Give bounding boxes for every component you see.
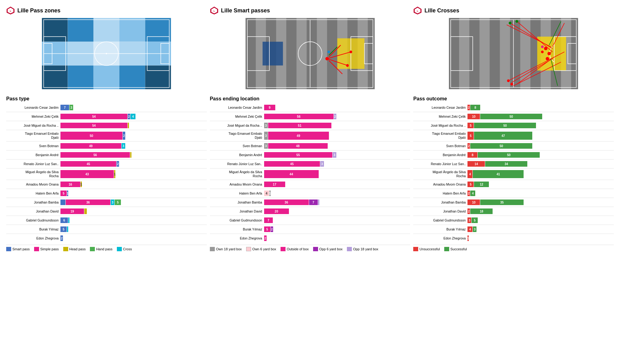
bar-segment-own18: 3 bbox=[264, 123, 268, 128]
svg-point-99 bbox=[509, 22, 512, 24]
legend-item: Outside of box bbox=[281, 247, 309, 251]
player-name-label: Jonathan David bbox=[6, 209, 60, 213]
title-crosses: Lille Crosses bbox=[424, 7, 459, 14]
legend-color-box-cross bbox=[117, 247, 122, 251]
player-name-label: Hatem Ben Arfa bbox=[6, 191, 60, 195]
player-name-label: Edon Zhegrova bbox=[210, 236, 264, 240]
divider-row bbox=[6, 234, 207, 234]
bar-segment-successful: 47 bbox=[474, 132, 532, 140]
svg-text:×: × bbox=[550, 50, 552, 54]
table-row: Renato Júnior Luz San..452 bbox=[6, 160, 207, 167]
svg-rect-15 bbox=[94, 65, 119, 89]
bar-segment-smart: 2 bbox=[60, 235, 63, 241]
player-name-label: Hatem Ben Arfa bbox=[413, 191, 467, 195]
bar-segment-successful: 8 bbox=[470, 105, 480, 110]
legend-pass-type: Smart passSimple passHead passHand passC… bbox=[6, 245, 207, 251]
legend-color-box-simple bbox=[34, 247, 39, 251]
bar-segment-outside: 45 bbox=[264, 161, 320, 167]
player-name-label: Edon Zhegrova bbox=[6, 236, 60, 240]
bar-segment-simple: 5 bbox=[60, 191, 67, 196]
svg-point-62 bbox=[325, 57, 329, 60]
legend-color-box-successful bbox=[444, 247, 449, 251]
divider-row bbox=[413, 150, 614, 151]
table-row: Hatem Ben Arfa51 bbox=[6, 190, 207, 197]
table-row: José Miguel da Rocha ..351 bbox=[210, 122, 410, 129]
bar-segment-cross bbox=[67, 226, 68, 232]
divider-row bbox=[413, 216, 614, 216]
svg-text:×: × bbox=[545, 47, 547, 51]
bar-group: 512 bbox=[467, 182, 489, 187]
bar-segment-cross: 3 bbox=[111, 200, 114, 205]
divider-row bbox=[413, 225, 614, 225]
bar-segment-own18: 1 bbox=[269, 191, 271, 196]
player-name-label: Leonardo Cesar Jardim bbox=[6, 106, 60, 110]
player-name-label: Mehmet Zeki Çelik bbox=[6, 115, 60, 119]
bar-group: 349 bbox=[264, 132, 329, 140]
table-row: Miguel Ângelo da SilvaRocha44 bbox=[210, 169, 410, 179]
table-row: Jonathan David19 bbox=[6, 208, 207, 215]
bar-segment-opp18: 3 bbox=[333, 152, 336, 158]
player-name-label: Tiago Emanuel EmbaloDjaló bbox=[413, 131, 467, 140]
section-title-pass-outcome: Pass outcome bbox=[413, 96, 614, 102]
panel-title-pass-zones: L Lille Pass zones bbox=[6, 6, 207, 15]
bar-group: 431 bbox=[60, 170, 115, 178]
bar-segment-simple: 54 bbox=[60, 114, 127, 119]
table-row: Hatem Ben Arfa24 bbox=[413, 190, 614, 197]
table-row: Sven Botman250 bbox=[413, 143, 614, 149]
divider-row bbox=[210, 168, 410, 169]
svg-point-107 bbox=[541, 46, 544, 48]
divider-row bbox=[6, 130, 207, 130]
bar-segment-smart: 1 bbox=[67, 191, 68, 196]
bar-segment-opp18 bbox=[318, 200, 319, 205]
legend-color-box-outside bbox=[281, 247, 286, 251]
player-name-label: Gabriel Gudmundsson bbox=[413, 218, 467, 222]
player-name-label: Leonardo Cesar Jardim bbox=[210, 106, 264, 110]
bar-segment-head bbox=[130, 152, 131, 158]
table-row: Jonathan Bamba1035 bbox=[413, 199, 614, 206]
bar-segment-successful: 34 bbox=[485, 161, 527, 167]
bar-segment-outside: 55 bbox=[264, 152, 332, 158]
bar-segment-simple: 54 bbox=[60, 123, 127, 128]
bar-segment-smart: 5 bbox=[60, 226, 67, 232]
bar-group: 17 bbox=[264, 182, 285, 187]
table-row: Tiago Emanuel EmbaloDjaló349 bbox=[210, 131, 410, 140]
legend-label: Hand pass bbox=[96, 247, 113, 251]
panel-smart-passes: L Lille Smart passes bbox=[210, 6, 410, 251]
bar-segment-simple: 49 bbox=[60, 143, 121, 149]
lille-logo-3: L bbox=[413, 6, 422, 15]
bar-segment-successful: 50 bbox=[480, 114, 542, 119]
bar-segment-smart: 2 bbox=[117, 161, 119, 167]
bar-segment-simple: 45 bbox=[60, 161, 116, 167]
lille-logo-1: L bbox=[6, 6, 15, 15]
bar-segment-unsuccessful: 10 bbox=[467, 200, 480, 205]
bar-group: 351 bbox=[264, 123, 331, 128]
bar-group: 52 bbox=[264, 226, 273, 232]
bar-segment-own18: 3 bbox=[264, 143, 268, 149]
bar-chart-pass-outcome: Leonardo Cesar Jardim28Mehmet Zeki Çelik… bbox=[413, 104, 614, 242]
bar-segment-own18: 3 bbox=[264, 132, 268, 140]
bar-segment-unsuccessful: 5 bbox=[467, 123, 474, 128]
svg-text:L: L bbox=[213, 10, 215, 12]
bar-segment-unsuccessful: 2 bbox=[467, 191, 470, 196]
bar-segment-unsuccessful: 4 bbox=[467, 170, 472, 178]
bar-segment-outside: 36 bbox=[264, 200, 309, 205]
table-row: Jonathan Bamba3635 bbox=[6, 199, 207, 206]
bar-segment-cross bbox=[68, 217, 69, 223]
table-row: Burak Yılmaz5 bbox=[6, 226, 207, 233]
svg-point-63 bbox=[349, 50, 352, 53]
legend-pass-location: Own 18 yard boxOwn 6 yard boxOutside of … bbox=[210, 245, 410, 251]
divider-row bbox=[413, 112, 614, 112]
player-name-label: Jonathan Bamba bbox=[413, 200, 467, 204]
divider-row bbox=[413, 180, 614, 180]
divider-row bbox=[6, 180, 207, 180]
bar-group: 44 bbox=[264, 170, 319, 178]
bar-segment-opp18: 2 bbox=[334, 114, 336, 119]
player-name-label: Leonardo Cesar Jardim bbox=[413, 106, 467, 110]
bar-group: 161 bbox=[60, 182, 82, 187]
table-row: Burak Yılmaz52 bbox=[210, 226, 410, 233]
bar-group: 6 bbox=[60, 217, 69, 223]
bar-group: 5424 bbox=[60, 114, 135, 119]
divider-row bbox=[210, 216, 410, 216]
table-row: Tiago Emanuel EmbaloDjaló502 bbox=[6, 131, 207, 140]
legend-color-box-own18 bbox=[210, 247, 215, 251]
